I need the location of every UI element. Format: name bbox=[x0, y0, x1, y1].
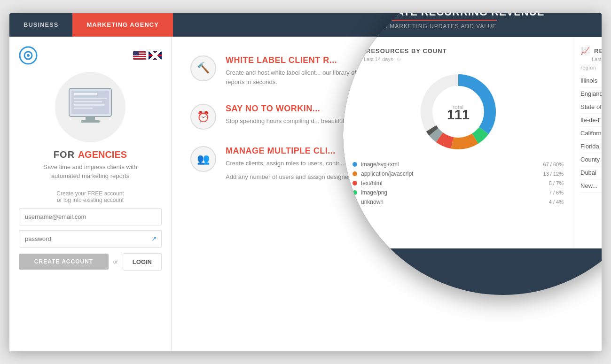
login-button[interactable]: LOGIN bbox=[123, 253, 162, 271]
region-item-dubai: Dubai bbox=[580, 166, 602, 179]
tab-business[interactable]: BUSINESS bbox=[9, 13, 72, 37]
region-item-new: New... bbox=[580, 179, 602, 193]
region-item-sao-paulo: State of Sao Paulo bbox=[580, 101, 602, 114]
svg-rect-10 bbox=[86, 116, 95, 120]
feature2-prefix: SAY NO TO bbox=[226, 104, 276, 113]
legend-dot-svg bbox=[352, 162, 357, 167]
feature2-highlight: WORKIN... bbox=[276, 104, 321, 113]
flags[interactable] bbox=[133, 46, 162, 65]
chart-legend: image/svg+xml 67 / 60% application/javas… bbox=[352, 161, 564, 205]
legend-value-svg: 67 / 60% bbox=[543, 162, 564, 167]
svg-rect-8 bbox=[74, 104, 104, 106]
svg-point-2 bbox=[27, 54, 30, 57]
svg-rect-5 bbox=[74, 93, 97, 95]
feature-title-prefix: WHITE LABEL bbox=[226, 55, 289, 65]
brand-logo-icon bbox=[19, 46, 38, 65]
feature-title-highlight: CLIENT R... bbox=[289, 55, 337, 65]
legend-dot-html bbox=[352, 181, 357, 186]
legend-value-html: 8 / 7% bbox=[549, 180, 564, 186]
legend-label-png: image/png bbox=[361, 189, 545, 196]
main-wrapper: BUSINESS MARKETING AGENCY bbox=[9, 13, 602, 351]
hero-illustration bbox=[53, 74, 128, 140]
hero-circle bbox=[55, 72, 125, 142]
legend-value-unknown: 4 / 4% bbox=[549, 199, 564, 205]
tagline-sub: Save time and impress clients withautoma… bbox=[43, 163, 137, 181]
legend-item-html: text/html 8 / 7% bbox=[352, 180, 564, 186]
region-item-england: England bbox=[580, 87, 602, 101]
legend-item-js: application/javascript 13 / 12% bbox=[352, 170, 564, 177]
feature-icon-users: 👥 bbox=[190, 146, 216, 172]
left-panel: FOR AGENCIES Save time and impress clien… bbox=[9, 37, 172, 351]
create-account-text: Create your FREE account or log into exi… bbox=[56, 190, 124, 203]
svg-rect-7 bbox=[74, 101, 102, 102]
legend-label-unknown: unknown bbox=[361, 199, 545, 205]
regions-panel: 📈 REGIONS Last 14 days ⊙ region Illinois… bbox=[573, 37, 602, 248]
legend-item-svg: image/svg+xml 67 / 60% bbox=[352, 161, 564, 168]
tab-marketing-agency[interactable]: MARKETING AGENCY bbox=[72, 13, 172, 37]
password-input[interactable] bbox=[19, 230, 162, 248]
legend-dot-js bbox=[352, 171, 357, 176]
donut-chart-wrapper: total 111 bbox=[352, 70, 564, 154]
svg-text:111: 111 bbox=[446, 107, 469, 122]
region-column-header: region bbox=[580, 65, 602, 70]
region-item-california: California bbox=[580, 127, 602, 140]
tagline-highlight: AGENCIES bbox=[78, 149, 127, 160]
regions-title: 📈 REGIONS bbox=[580, 46, 602, 55]
feature-icon-clock: ⏰ bbox=[190, 104, 216, 130]
us-flag-icon[interactable] bbox=[133, 51, 146, 60]
circle-content: 📡 RESOURCES BY COUNT Last 14 days ⊙ bbox=[343, 37, 602, 248]
resources-panel: 📡 RESOURCES BY COUNT Last 14 days ⊙ bbox=[343, 37, 573, 248]
or-label: or bbox=[113, 259, 118, 264]
password-wrapper: ↗ bbox=[19, 230, 162, 248]
uk-flag-icon[interactable] bbox=[149, 51, 162, 60]
resources-subtitle: Last 14 days ⊙ bbox=[364, 56, 564, 62]
legend-label-html: text/html bbox=[361, 180, 545, 186]
svg-rect-6 bbox=[74, 98, 107, 99]
feature3-highlight: MULTIPLE CLI... bbox=[267, 146, 336, 155]
legend-value-png: 7 / 6% bbox=[549, 190, 564, 195]
show-password-icon[interactable]: ↗ bbox=[151, 235, 157, 242]
legend-label-js: application/javascript bbox=[361, 170, 540, 177]
legend-value-js: 13 / 12% bbox=[543, 171, 564, 177]
legend-item-unknown: unknown 4 / 4% bbox=[352, 199, 564, 205]
monitor-icon bbox=[64, 86, 116, 128]
svg-rect-9 bbox=[74, 108, 93, 109]
tagline: FOR AGENCIES Save time and impress clien… bbox=[43, 149, 137, 181]
svg-rect-11 bbox=[81, 120, 100, 123]
feature3-prefix: MANAGE bbox=[226, 146, 267, 155]
resources-title: 📡 RESOURCES BY COUNT bbox=[352, 46, 564, 55]
action-buttons: CREATE ACCOUNT or LOGIN bbox=[19, 253, 162, 271]
region-item-ile-de-france: Ile-de-France bbox=[580, 114, 602, 127]
donut-chart: total 111 bbox=[416, 70, 501, 154]
legend-item-png: image/png 7 / 6% bbox=[352, 189, 564, 196]
tagline-prefix: FOR bbox=[54, 149, 78, 160]
create-account-button[interactable]: CREATE ACCOUNT bbox=[19, 254, 109, 270]
regions-subtitle: Last 14 days ⊙ bbox=[592, 56, 602, 62]
legend-label-svg: image/svg+xml bbox=[361, 161, 540, 168]
region-item-florida: Florida bbox=[580, 140, 602, 153]
region-item-county-dublin: County Dub... bbox=[580, 153, 602, 166]
regions-icon: 📈 bbox=[580, 46, 590, 55]
region-item-illinois: Illinois bbox=[580, 74, 602, 87]
logo-area bbox=[19, 46, 162, 65]
feature-icon-hammer: 🔨 bbox=[190, 55, 216, 81]
username-input[interactable] bbox=[19, 208, 162, 225]
